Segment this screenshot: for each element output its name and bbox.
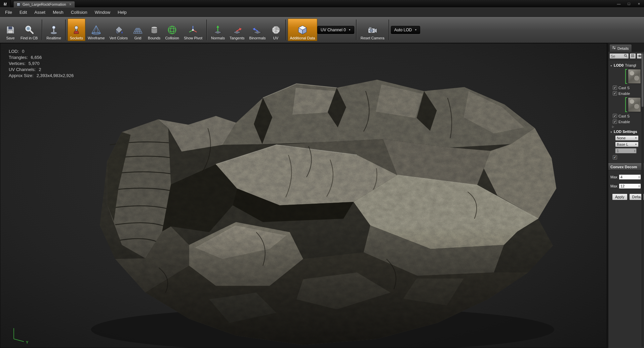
details-search-input[interactable]: Se bbox=[609, 53, 629, 59]
max-hulls-row: Max 4 ▲▼ bbox=[610, 174, 641, 180]
enabled-checkbox-0[interactable]: ✓ bbox=[613, 91, 617, 96]
spinner-arrows-icon[interactable]: ▲▼ bbox=[638, 185, 640, 187]
section-lod0[interactable]: ▼ LOD0 Triangl bbox=[610, 63, 641, 68]
cast-shadows-label-0: Cast S bbox=[618, 86, 630, 90]
toolbar-binormals-button[interactable]: Binormals bbox=[247, 19, 268, 41]
cast-shadows-row-0: ✓ Cast S bbox=[610, 85, 641, 91]
material-thumbnail-0[interactable] bbox=[628, 69, 641, 84]
spinner-arrows-icon[interactable]: ▲▼ bbox=[638, 176, 640, 178]
toolbar-show-pivot-label: Show Pivot bbox=[184, 36, 202, 40]
asset-tab-icon bbox=[17, 3, 21, 6]
stat-uv-channels: UV Channels:2 bbox=[9, 67, 74, 73]
menu-edit[interactable]: Edit bbox=[16, 8, 31, 16]
toolbar-reset-camera-button[interactable]: Reset Camera bbox=[358, 19, 387, 41]
menu-asset[interactable]: Asset bbox=[31, 8, 49, 16]
editor-content: LOD:0 Triangles:6,656 Vertices:5,970 UV … bbox=[0, 43, 644, 348]
tab-details[interactable]: Details bbox=[609, 44, 632, 52]
mesh-viewport[interactable]: LOD:0 Triangles:6,656 Vertices:5,970 UV … bbox=[0, 43, 607, 348]
spinner-arrows-icon[interactable]: ▲▼ bbox=[634, 149, 636, 152]
lod-number-input[interactable]: 1 ▲▼ bbox=[615, 148, 637, 153]
unreal-logo: u bbox=[0, 0, 11, 7]
toolbar-save-label: Save bbox=[6, 36, 14, 40]
toolbar-grid-label: Grid bbox=[134, 36, 142, 40]
apply-button[interactable]: Apply bbox=[612, 194, 628, 200]
titlebar-drag-area[interactable] bbox=[75, 0, 614, 7]
viewport-canvas[interactable] bbox=[0, 43, 607, 348]
max-hulls-input[interactable]: 4 ▲▼ bbox=[619, 174, 641, 180]
matrix-grid-icon bbox=[631, 54, 635, 58]
asset-tab[interactable]: Gen_LargeRockFormation × bbox=[13, 1, 75, 7]
material-bracket-icon bbox=[625, 69, 627, 84]
cast-shadows-checkbox-1[interactable]: ✓ bbox=[613, 114, 617, 118]
toolbar-uv-label: UV bbox=[273, 36, 278, 40]
toolbar-separator bbox=[285, 20, 286, 40]
toolbar-reset-camera-label: Reset Camera bbox=[361, 36, 385, 40]
toolbar-find-in-cb-button[interactable]: Find in CB bbox=[18, 19, 40, 41]
joystick-icon bbox=[48, 25, 59, 35]
search-text: Se bbox=[611, 54, 615, 58]
toolbar-tangents-button[interactable]: Tangents bbox=[227, 19, 247, 41]
max-hulls-value: 4 bbox=[620, 175, 622, 179]
toolbar-save-button[interactable]: Save bbox=[3, 19, 18, 41]
details-scrollbar[interactable] bbox=[641, 53, 644, 347]
menu-help[interactable]: Help bbox=[114, 8, 130, 16]
collapsed-expander-icon: ▷ bbox=[612, 125, 614, 128]
material-thumbnail-1[interactable] bbox=[628, 97, 641, 112]
expander-icon: ▼ bbox=[610, 65, 612, 67]
uv-channel-label: UV Channel 0 bbox=[321, 28, 346, 32]
property-matrix-button[interactable] bbox=[630, 53, 636, 59]
menu-mesh[interactable]: Mesh bbox=[49, 8, 67, 16]
details-tab-bar: Details bbox=[608, 43, 644, 52]
toolbar-uv-button[interactable]: UV bbox=[268, 19, 284, 41]
lod-group-dropdown[interactable]: None ▼ bbox=[615, 135, 639, 141]
toolbar-additional-data-button[interactable]: Additional Data bbox=[288, 19, 318, 41]
toolbar-sockets-label: Sockets bbox=[70, 36, 83, 40]
stat-lod: LOD:0 bbox=[9, 48, 74, 55]
stat-approx-size: Approx Size:2,393x4,983x2,926 bbox=[9, 73, 74, 79]
details-tab-label: Details bbox=[617, 46, 629, 50]
expander-icon: ▼ bbox=[610, 131, 612, 133]
toolbar-grid-button[interactable]: Grid bbox=[130, 19, 146, 41]
menu-window[interactable]: Window bbox=[91, 8, 114, 16]
toolbar-wireframe-button[interactable]: Wireframe bbox=[85, 19, 107, 41]
toolbar-separator bbox=[206, 20, 207, 40]
toolbar-additional-data-label: Additional Data bbox=[290, 36, 315, 40]
minimize-button[interactable]: — bbox=[614, 0, 624, 7]
section-lod-settings[interactable]: ▼ LOD Settings bbox=[610, 129, 641, 134]
gizmo-y-label: Y bbox=[26, 340, 29, 344]
max-vertices-input[interactable]: 12 ▲▼ bbox=[619, 183, 641, 189]
max-vertices-row: Max 12 ▲▼ bbox=[610, 183, 641, 189]
auto-compute-lod-checkbox[interactable]: ✓ bbox=[613, 155, 617, 160]
toolbar-collision-button[interactable]: Collision bbox=[163, 19, 182, 41]
toolbar-normals-button[interactable]: Normals bbox=[209, 19, 227, 41]
section-convex-decomposition[interactable]: Convex Decom bbox=[608, 163, 644, 171]
toolbar-bounds-button[interactable]: Bounds bbox=[146, 19, 163, 41]
tab-close-icon[interactable]: × bbox=[69, 2, 72, 7]
chevron-down-icon: ▼ bbox=[414, 29, 417, 31]
close-button[interactable]: × bbox=[634, 0, 644, 7]
bounds-cylinder-icon bbox=[149, 25, 160, 35]
menu-file[interactable]: File bbox=[1, 8, 16, 16]
socket-icon bbox=[71, 25, 82, 35]
cast-shadows-checkbox-0[interactable]: ✓ bbox=[613, 85, 617, 90]
enabled-row-0: ✓ Enable bbox=[610, 91, 641, 96]
toolbar-sockets-button[interactable]: Sockets bbox=[68, 19, 85, 41]
collapsed-property-row[interactable]: ▷ bbox=[610, 125, 641, 129]
uv-channel-dropdown[interactable]: UV Channel 0 ▼ bbox=[317, 26, 354, 34]
toolbar-realtime-button[interactable]: Realtime bbox=[44, 19, 63, 41]
details-property-list: ▼ LOD0 Triangl ✓ Cast S ✓ Enable bbox=[608, 61, 644, 348]
toolbar-show-pivot-button[interactable]: Show Pivot bbox=[182, 19, 205, 41]
lod-settings-title: LOD Settings bbox=[614, 130, 637, 134]
toolbar-separator bbox=[65, 20, 66, 40]
pivot-axes-icon bbox=[188, 25, 198, 35]
magnifier-icon bbox=[24, 25, 35, 35]
enabled-checkbox-1[interactable]: ✓ bbox=[613, 119, 617, 124]
maximize-button[interactable]: □ bbox=[624, 0, 634, 7]
auto-lod-dropdown[interactable]: Auto LOD ▼ bbox=[391, 26, 420, 34]
menu-collision[interactable]: Collision bbox=[67, 8, 91, 16]
details-scrollbar-thumb[interactable] bbox=[641, 53, 644, 107]
cast-shadows-label-1: Cast S bbox=[618, 114, 630, 118]
toolbar-separator bbox=[356, 20, 357, 40]
toolbar-vert-colors-button[interactable]: Vert Colors bbox=[107, 19, 130, 41]
lod-import-dropdown[interactable]: Base L ▼ bbox=[615, 142, 639, 147]
